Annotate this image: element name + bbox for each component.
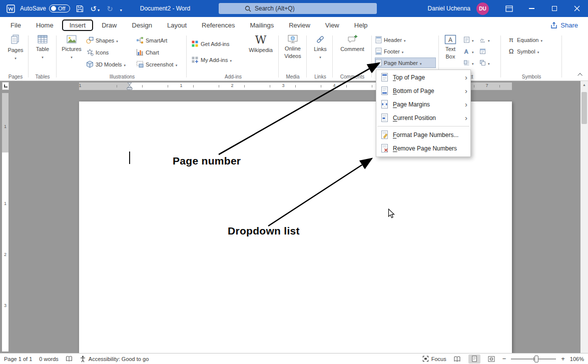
shapes-icon	[86, 36, 94, 44]
zoom-level[interactable]: 106%	[570, 356, 584, 362]
chevron-down-icon	[402, 48, 404, 54]
header-button[interactable]: Header	[375, 35, 435, 44]
redo-button[interactable]: ↻	[106, 4, 114, 14]
table-button[interactable]: Table	[30, 34, 55, 60]
close-icon	[574, 6, 580, 12]
tab-references[interactable]: References	[194, 20, 242, 31]
equation-button[interactable]: π Equation	[507, 35, 555, 44]
minimize-button[interactable]	[520, 0, 543, 17]
text-box-button[interactable]: A Text Box	[440, 34, 460, 60]
word-count[interactable]: 0 words	[39, 356, 59, 362]
ruler-number: 2	[231, 83, 233, 88]
zoom-in-button[interactable]: +	[561, 356, 565, 362]
zoom-out-button[interactable]: −	[502, 356, 506, 362]
tab-layout[interactable]: Layout	[160, 20, 194, 31]
symbol-button[interactable]: Ω Symbol	[507, 46, 555, 56]
screenshot-label: Screenshot	[146, 62, 174, 68]
menu-item-format-page-numbers[interactable]: Format Page Numbers...	[376, 128, 470, 142]
indent-markers[interactable]	[126, 82, 133, 90]
undo-button[interactable]: ↺	[90, 4, 101, 14]
object-button[interactable]	[479, 58, 493, 68]
tab-mailings[interactable]: Mailings	[243, 20, 282, 31]
text-box-label-2: Box	[446, 54, 455, 60]
signature-line-button[interactable]	[479, 35, 493, 44]
zoom-slider[interactable]	[511, 358, 556, 360]
wikipedia-button[interactable]: W Wikipedia	[245, 34, 276, 53]
links-button[interactable]: Links	[308, 34, 332, 60]
save-button[interactable]	[75, 4, 85, 14]
tab-stop-selector[interactable]	[2, 82, 9, 90]
pictures-button[interactable]: Pictures	[59, 34, 84, 60]
group-divider	[371, 36, 372, 78]
status-bar: Page 1 of 1 0 words Accessibility: Good …	[0, 353, 588, 364]
page-info[interactable]: Page 1 of 1	[4, 356, 32, 362]
group-divider	[500, 36, 501, 78]
ruler-number: 1	[180, 83, 182, 88]
read-mode-button[interactable]	[451, 354, 463, 364]
current-position-icon	[381, 114, 388, 122]
drop-cap-button[interactable]	[463, 58, 477, 68]
group-illustrations: Pictures Shapes Icons 3D Models	[58, 33, 186, 81]
vertical-scrollbar[interactable]: ▲	[580, 81, 588, 353]
customize-quick-access-button[interactable]	[119, 4, 123, 14]
group-label-tables: Tables	[30, 74, 55, 80]
pages-button[interactable]: Pages	[4, 34, 27, 60]
search-box[interactable]: Search (Alt+Q)	[219, 3, 377, 14]
wikipedia-icon: W	[255, 34, 267, 46]
tab-review[interactable]: Review	[281, 20, 318, 31]
tab-design[interactable]: Design	[125, 20, 160, 31]
menu-item-bottom-of-page[interactable]: Bottom of Page	[376, 84, 470, 98]
date-time-button[interactable]	[479, 46, 493, 56]
menu-item-page-margins[interactable]: Page Margins	[376, 98, 470, 111]
footer-button[interactable]: Footer	[375, 46, 435, 56]
zoom-slider-thumb[interactable]	[534, 356, 538, 362]
get-addins-button[interactable]: Get Add-ins	[191, 39, 241, 48]
screenshot-button[interactable]: Screenshot	[136, 60, 184, 69]
ruler-number: 4	[333, 83, 335, 88]
wordart-button[interactable]: A	[463, 46, 477, 56]
tab-home[interactable]: Home	[29, 20, 61, 31]
menu-item-top-of-page[interactable]: Top of Page	[376, 70, 470, 84]
shapes-button[interactable]: Shapes	[86, 36, 133, 45]
chart-button[interactable]: Chart	[136, 48, 184, 57]
print-layout-button[interactable]	[468, 354, 480, 364]
group-divider	[56, 36, 57, 78]
tab-insert[interactable]: Insert	[62, 20, 94, 31]
equation-label: Equation	[517, 37, 538, 43]
online-videos-button[interactable]: Online Videos	[280, 34, 305, 59]
group-symbols: π Equation Ω Symbol Symbols	[503, 33, 559, 81]
quick-parts-button[interactable]	[463, 35, 477, 44]
web-layout-button[interactable]	[485, 354, 497, 364]
tab-file[interactable]: File	[3, 20, 29, 31]
ribbon-display-options-button[interactable]	[498, 0, 520, 17]
icons-button[interactable]: Icons	[86, 48, 133, 57]
footer-icon	[375, 48, 382, 55]
wikipedia-label: Wikipedia	[249, 47, 273, 53]
scrollbar-thumb[interactable]	[581, 92, 587, 124]
chevron-down-icon	[120, 5, 122, 12]
comment-button[interactable]: Comment	[334, 34, 370, 52]
tab-view[interactable]: View	[318, 20, 347, 31]
accessibility-status[interactable]: Accessibility: Good to go	[80, 356, 149, 362]
redo-icon: ↻	[107, 5, 113, 12]
autosave-toggle[interactable]: AutoSave Off	[20, 4, 70, 12]
focus-button[interactable]: Focus	[422, 356, 446, 362]
my-addins-button[interactable]: My Add-ins	[191, 55, 241, 64]
avatar[interactable]: DU	[476, 2, 489, 15]
tab-draw[interactable]: Draw	[94, 20, 124, 31]
smartart-button[interactable]: SmartArt	[136, 36, 184, 45]
3d-models-button[interactable]: 3D Models	[86, 60, 133, 69]
menu-item-remove-page-numbers[interactable]: Remove Page Numbers	[376, 142, 470, 155]
chevron-down-icon	[537, 48, 539, 54]
collapse-ribbon-button[interactable]	[577, 72, 584, 78]
user-name[interactable]: Daniel Uchenna	[428, 5, 470, 12]
close-button[interactable]	[565, 0, 588, 17]
maximize-button[interactable]	[543, 0, 565, 17]
tab-help[interactable]: Help	[347, 20, 375, 31]
page-number-button[interactable]: # Page Number	[375, 58, 435, 68]
share-button[interactable]: Share	[550, 22, 578, 29]
proofing-icon[interactable]	[66, 356, 73, 362]
menu-item-current-position[interactable]: Current Position	[376, 111, 470, 124]
share-icon	[550, 22, 557, 28]
group-label-links: Links	[308, 74, 332, 80]
